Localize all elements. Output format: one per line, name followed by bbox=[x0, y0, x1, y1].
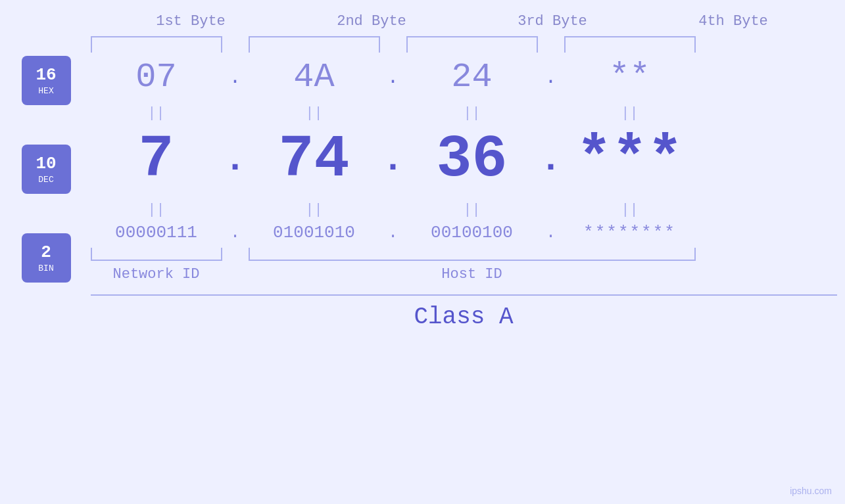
eq2-byte4: || bbox=[564, 202, 696, 218]
dec-dot1: . bbox=[222, 139, 249, 181]
byte3-header: 3rd Byte bbox=[480, 13, 625, 30]
bracket-byte4 bbox=[564, 36, 696, 53]
dec-badge-number: 10 bbox=[36, 154, 56, 174]
equals-row1: || || || || bbox=[91, 103, 837, 123]
bin-dot1: . bbox=[222, 223, 249, 242]
eq1-byte4: || bbox=[564, 105, 696, 122]
dec-dot2: . bbox=[380, 139, 406, 181]
hex-byte2: 4A bbox=[249, 58, 380, 97]
id-labels: Network ID Host ID bbox=[91, 266, 837, 283]
eq2-byte1: || bbox=[91, 202, 222, 218]
bin-byte4: ******** bbox=[564, 223, 696, 242]
bracket-byte2 bbox=[249, 36, 380, 53]
byte2-header: 2nd Byte bbox=[299, 13, 444, 30]
bin-byte1: 00000111 bbox=[91, 223, 222, 242]
eq1-byte1: || bbox=[91, 105, 222, 122]
hex-byte4: ** bbox=[564, 58, 696, 97]
host-bracket bbox=[249, 248, 696, 261]
dec-byte4: *** bbox=[564, 126, 696, 193]
equals-row2: || || || || bbox=[91, 200, 837, 219]
bin-dot2: . bbox=[380, 223, 406, 242]
class-bracket-line bbox=[91, 294, 837, 296]
main-container: 1st Byte 2nd Byte 3rd Byte 4th Byte 16 H… bbox=[0, 0, 845, 504]
footer-text: ipshu.com bbox=[790, 486, 832, 496]
bin-badge-label: BIN bbox=[38, 263, 53, 273]
eq1-byte2: || bbox=[249, 105, 380, 122]
bracket-byte3 bbox=[406, 36, 538, 53]
hex-byte3: 24 bbox=[406, 58, 538, 97]
dec-byte2: 74 bbox=[249, 130, 380, 189]
dec-byte1: 7 bbox=[91, 130, 222, 189]
eq2-byte3: || bbox=[406, 202, 538, 218]
byte4-header: 4th Byte bbox=[661, 13, 806, 30]
hex-badge: 16 HEX bbox=[22, 56, 71, 105]
bin-badge: 2 BIN bbox=[22, 233, 71, 283]
bin-dot3: . bbox=[538, 223, 564, 242]
byte1-header: 1st Byte bbox=[118, 13, 263, 30]
network-bracket bbox=[91, 248, 222, 261]
badges-column: 16 HEX 10 DEC 2 BIN bbox=[22, 56, 71, 283]
content-area: 16 HEX 10 DEC 2 BIN bbox=[22, 36, 837, 331]
eq1-byte3: || bbox=[406, 105, 538, 122]
byte-headers: 1st Byte 2nd Byte 3rd Byte 4th Byte bbox=[101, 13, 824, 30]
hex-dot2: . bbox=[380, 66, 406, 89]
bottom-brackets bbox=[91, 248, 837, 261]
dec-row: 7 . 74 . 36 . *** bbox=[91, 126, 837, 193]
top-brackets bbox=[91, 36, 837, 53]
hex-byte1: 07 bbox=[91, 58, 222, 97]
dec-dot3: . bbox=[538, 139, 564, 181]
host-id-label: Host ID bbox=[249, 266, 696, 283]
bracket-spacer2 bbox=[380, 36, 406, 53]
hex-badge-label: HEX bbox=[38, 86, 53, 96]
bracket-spacer3 bbox=[538, 36, 564, 53]
dec-byte3: 36 bbox=[406, 130, 538, 189]
bracket-byte1 bbox=[91, 36, 222, 53]
dec-badge-label: DEC bbox=[38, 175, 53, 185]
bin-byte2: 01001010 bbox=[249, 223, 380, 242]
bin-row: 00000111 . 01001010 . 00100100 . *******… bbox=[91, 223, 837, 242]
hex-badge-number: 16 bbox=[36, 65, 56, 85]
dec-badge: 10 DEC bbox=[22, 145, 71, 194]
bin-badge-number: 2 bbox=[41, 242, 51, 263]
network-id-label: Network ID bbox=[91, 266, 222, 283]
bracket-spacer1 bbox=[222, 36, 249, 53]
hex-dot1: . bbox=[222, 66, 249, 89]
eq2-byte2: || bbox=[249, 202, 380, 218]
data-area: 07 . 4A . 24 . ** || || || || 7 . bbox=[91, 36, 837, 331]
hex-dot3: . bbox=[538, 66, 564, 89]
bin-byte3: 00100100 bbox=[406, 223, 538, 242]
hex-row: 07 . 4A . 24 . ** bbox=[91, 58, 837, 97]
class-label: Class A bbox=[91, 304, 837, 331]
